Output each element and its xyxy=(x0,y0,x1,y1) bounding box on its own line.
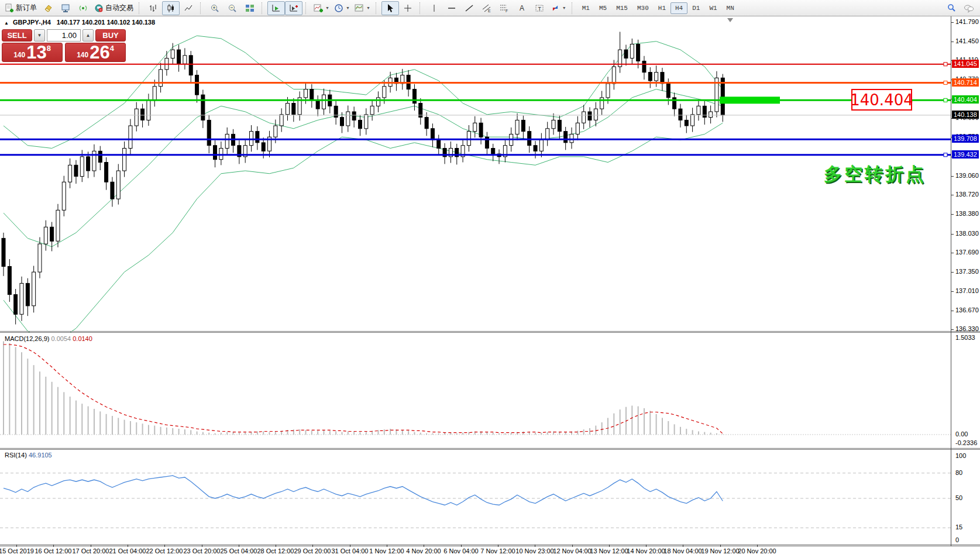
time-tick-mark xyxy=(239,545,239,547)
chevron-down-icon: ▼ xyxy=(325,6,329,10)
new-order-button[interactable]: 新订单 xyxy=(2,1,39,15)
crosshair-icon xyxy=(403,4,412,13)
zoom-out-button[interactable] xyxy=(223,1,241,15)
pane-divider[interactable] xyxy=(0,449,980,450)
chevron-down-icon: ▼ xyxy=(562,6,566,10)
price-tick-mark xyxy=(951,272,954,273)
macd-indicator-pane[interactable] xyxy=(0,333,951,448)
toolbar: 新订单 自动交易 ▼ ▼ ▼ E F A T ▼ M1 M5 M15 M30 H… xyxy=(0,0,980,16)
sell-price[interactable]: 140 13 8 xyxy=(2,43,63,62)
buy-button[interactable]: BUY xyxy=(95,29,126,42)
candle xyxy=(648,73,652,81)
main-price-chart[interactable] xyxy=(0,16,951,332)
candle xyxy=(570,134,573,142)
tile-windows-button[interactable] xyxy=(241,1,259,15)
price-tick-label: 141.450 xyxy=(955,37,979,44)
trendline-button[interactable] xyxy=(460,1,478,15)
chinese-annotation-text[interactable]: 多空转折点 xyxy=(824,162,926,187)
chart-shift-button[interactable] xyxy=(285,1,302,15)
candle xyxy=(292,104,295,115)
tab-timeframe-h1[interactable]: H1 xyxy=(654,2,670,14)
zoom-in-button[interactable] xyxy=(206,1,223,15)
time-tick-mark xyxy=(202,545,202,547)
candle xyxy=(135,109,138,126)
candle xyxy=(673,98,676,109)
candle xyxy=(546,129,549,140)
bar-chart-icon xyxy=(149,4,158,13)
chart-shift-marker-icon[interactable] xyxy=(727,18,733,22)
rsi-indicator-pane[interactable] xyxy=(0,450,951,545)
candle xyxy=(129,126,132,149)
tab-timeframe-h4[interactable]: H4 xyxy=(670,2,687,14)
profile-button[interactable] xyxy=(57,1,74,15)
candle xyxy=(116,171,120,199)
price-tag-label: 140.714 xyxy=(952,78,979,87)
search-icon xyxy=(947,4,956,13)
sell-button[interactable]: SELL xyxy=(2,29,32,42)
collapse-panel-icon[interactable]: ▲ xyxy=(4,20,9,26)
buy-price[interactable]: 140 26 4 xyxy=(65,43,126,62)
tab-timeframe-mn[interactable]: MN xyxy=(722,2,739,14)
pane-divider[interactable] xyxy=(0,448,980,449)
horizontal-line-icon xyxy=(447,4,456,13)
pane-divider[interactable] xyxy=(0,331,980,332)
cursor-button[interactable] xyxy=(381,1,399,15)
tab-timeframe-w1[interactable]: W1 xyxy=(704,2,721,14)
toolbar-separator xyxy=(376,2,379,14)
volume-input[interactable]: 1.00 xyxy=(47,29,81,42)
horizontal-line-button[interactable] xyxy=(443,1,460,15)
pane-divider[interactable] xyxy=(0,545,980,545)
buy-price-sup: 4 xyxy=(110,44,114,53)
eraser-button[interactable] xyxy=(39,1,57,15)
crosshair-button[interactable] xyxy=(399,1,417,15)
text-label-button[interactable]: T xyxy=(531,1,548,15)
pane-divider[interactable] xyxy=(0,332,980,333)
chat-button[interactable] xyxy=(960,1,978,15)
tab-timeframe-m15[interactable]: M15 xyxy=(611,2,632,14)
time-tick-mark xyxy=(609,545,610,547)
candle xyxy=(473,123,477,131)
candle xyxy=(661,73,664,84)
candle xyxy=(376,98,380,106)
time-tick-label: 13 Nov 12:00 xyxy=(590,547,628,554)
periods-button[interactable]: ▼ xyxy=(332,1,352,15)
template-icon xyxy=(355,4,364,13)
tab-timeframe-m1[interactable]: M1 xyxy=(577,2,594,14)
candle xyxy=(111,182,114,199)
candle xyxy=(558,120,561,131)
tab-timeframe-m30[interactable]: M30 xyxy=(632,2,654,14)
tab-timeframe-m5[interactable]: M5 xyxy=(594,2,611,14)
autotrade-button[interactable]: 自动交易 xyxy=(92,1,136,15)
equidistant-channel-button[interactable]: E xyxy=(478,1,496,15)
templates-button[interactable]: ▼ xyxy=(352,1,373,15)
pane-divider[interactable] xyxy=(0,546,980,546)
price-annotation-box[interactable]: 140.404 xyxy=(851,89,912,111)
candle xyxy=(534,146,537,151)
auto-scroll-button[interactable] xyxy=(267,1,285,15)
signals-button[interactable] xyxy=(74,1,92,15)
volume-increase-button[interactable]: ▲ xyxy=(82,29,94,42)
time-tick-label: 1 Nov 12:00 xyxy=(369,547,404,554)
time-tick-label: 18 Nov 04:00 xyxy=(663,547,702,554)
arrows-button[interactable]: ▼ xyxy=(548,1,569,15)
candle xyxy=(201,95,205,120)
tab-timeframe-d1[interactable]: D1 xyxy=(687,2,704,14)
candlestick-chart-button[interactable] xyxy=(162,1,180,15)
candle xyxy=(256,132,259,143)
text-button[interactable]: A xyxy=(513,1,531,15)
vertical-line-button[interactable] xyxy=(425,1,443,15)
time-tick-label: 10 Nov 23:00 xyxy=(515,547,553,554)
candle xyxy=(564,132,568,143)
search-button[interactable] xyxy=(943,1,960,15)
time-tick-mark xyxy=(572,545,573,547)
bar-chart-button[interactable] xyxy=(145,1,162,15)
line-chart-button[interactable] xyxy=(180,1,197,15)
candle xyxy=(32,272,36,306)
time-tick-mark xyxy=(164,545,165,547)
fibonacci-button[interactable]: F xyxy=(496,1,513,15)
chevron-up-icon: ▲ xyxy=(86,33,91,38)
volume-decrease-button[interactable]: ▼ xyxy=(34,29,45,42)
indicators-button[interactable]: ▼ xyxy=(311,1,332,15)
candle xyxy=(189,56,192,75)
candle xyxy=(74,165,78,176)
